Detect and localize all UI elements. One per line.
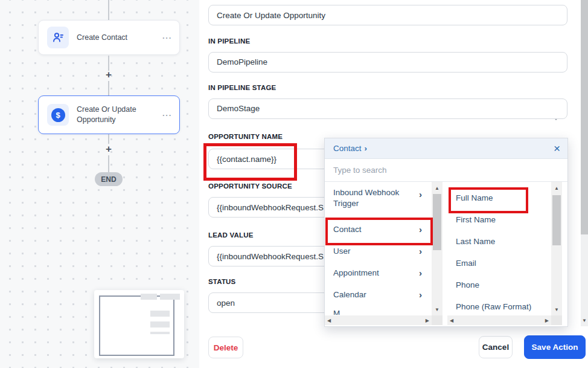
opportunity-source-label: OPPORTUNITY SOURCE	[208, 182, 292, 190]
scroll-down-icon[interactable]: ▼	[551, 305, 562, 314]
scroll-down-icon[interactable]: ▼	[581, 315, 588, 325]
value-item-full-name[interactable]: Full Name	[447, 187, 551, 208]
save-action-button[interactable]: Save Action	[524, 335, 586, 359]
contact-icon	[47, 27, 69, 48]
scrollbar-thumb[interactable]	[433, 194, 441, 250]
add-step-button[interactable]: +	[103, 143, 115, 155]
pipeline-value: DemoPipeline	[217, 57, 267, 66]
category-item-calendar[interactable]: Calendar ›	[325, 283, 432, 305]
category-item-inbound-webhook-trigger[interactable]: Inbound Webhook Trigger ›	[325, 182, 432, 218]
search-input[interactable]	[325, 159, 567, 182]
category-label: Appointment	[333, 268, 379, 277]
category-list: Inbound Webhook Trigger › Contact › User…	[325, 182, 432, 315]
dropdown-header: Contact› ×	[325, 138, 567, 159]
node-menu-icon[interactable]: ···	[162, 111, 172, 120]
breadcrumb[interactable]: Contact›	[333, 144, 367, 153]
category-label: M	[333, 309, 340, 315]
value-label: Last Name	[456, 237, 495, 246]
scrollbar-thumb[interactable]	[581, 0, 588, 234]
scroll-right-icon[interactable]: ▶	[545, 318, 549, 323]
category-item-clipped[interactable]: M	[325, 305, 432, 315]
pipeline-label: IN PIPELINE	[208, 37, 250, 45]
minimap-block	[150, 311, 170, 317]
value-item-email[interactable]: Email	[447, 252, 551, 274]
chevron-right-icon: ›	[365, 144, 368, 153]
workflow-canvas[interactable]: Create Contact ··· + $ Create Or Update …	[0, 0, 199, 368]
workflow-node-create-contact[interactable]: Create Contact ···	[38, 20, 180, 55]
lead-value-label: LEAD VALUE	[208, 231, 254, 239]
custom-values-dropdown: Contact› × Inbound Webhook Trigger › Con…	[324, 138, 568, 327]
connector-line	[108, 134, 109, 144]
action-name-input[interactable]	[208, 5, 567, 25]
node-menu-icon[interactable]: ···	[162, 33, 172, 42]
minimap-block	[160, 294, 180, 300]
chevron-right-icon: ›	[419, 289, 422, 300]
minimap-block	[150, 332, 170, 334]
value-list: Full Name First Name Last Name Email Pho…	[447, 182, 551, 315]
chevron-right-icon: ›	[419, 224, 422, 234]
panel-scrollbar[interactable]: ▼	[581, 0, 588, 326]
add-step-button[interactable]: +	[103, 69, 115, 81]
scrollbar-corner	[432, 315, 443, 325]
connector-line	[108, 81, 109, 95]
pipeline-select[interactable]: DemoPipeline	[208, 52, 567, 73]
connector-line	[108, 0, 109, 20]
status-label: STATUS	[208, 278, 236, 285]
scrollbar-thumb[interactable]	[552, 195, 561, 245]
value-scrollbar[interactable]: ▲ ▼	[551, 182, 562, 315]
opportunity-name-label: OPPORTUNITY NAME	[208, 133, 283, 140]
minimap-block	[150, 321, 170, 328]
minimap-block	[141, 294, 157, 300]
scroll-down-icon[interactable]: ▼	[432, 305, 443, 314]
scroll-up-icon[interactable]: ▲	[551, 183, 562, 193]
category-label: Contact	[333, 225, 362, 234]
delete-button[interactable]: Delete	[208, 337, 243, 358]
scroll-right-icon[interactable]: ▶	[426, 318, 429, 323]
scrollbar-corner	[551, 315, 562, 325]
end-marker: END	[95, 172, 123, 186]
pipeline-stage-select[interactable]: DemoStage	[208, 98, 567, 119]
value-label: Phone	[456, 280, 479, 289]
value-item-phone-raw-format[interactable]: Phone (Raw Format)	[447, 295, 551, 315]
value-label: Phone (Raw Format)	[456, 302, 531, 311]
value-item-phone[interactable]: Phone	[447, 274, 551, 295]
workflow-node-create-or-update-opportunity[interactable]: $ Create Or Update Opportunity ···	[38, 95, 180, 134]
minimap[interactable]	[94, 290, 184, 358]
category-scrollbar[interactable]: ▲ ▼	[432, 182, 443, 315]
node-label: Create Or Update Opportunity	[77, 105, 162, 125]
category-label: Calendar	[333, 290, 366, 299]
value-item-last-name[interactable]: Last Name	[447, 230, 551, 252]
cancel-button[interactable]: Cancel	[479, 336, 513, 358]
value-item-first-name[interactable]: First Name	[447, 208, 551, 230]
value-hscrollbar[interactable]: ◀ ▶	[447, 315, 551, 325]
connector-line	[108, 155, 109, 172]
node-label: Create Contact	[77, 33, 162, 43]
category-item-appointment[interactable]: Appointment ›	[325, 262, 432, 283]
action-settings-panel: IN PIPELINE DemoPipeline IN PIPELINE STA…	[199, 0, 588, 368]
category-item-user[interactable]: User ›	[325, 240, 432, 262]
pipeline-stage-value: DemoStage	[217, 104, 260, 113]
chevron-right-icon: ›	[419, 189, 422, 201]
value-label: Email	[456, 259, 476, 268]
scroll-up-icon[interactable]: ▲	[432, 183, 443, 193]
workflow-builder-screen: Create Contact ··· + $ Create Or Update …	[0, 0, 588, 368]
close-icon[interactable]: ×	[554, 143, 560, 154]
value-label: First Name	[456, 215, 496, 224]
breadcrumb-label: Contact	[333, 144, 362, 153]
chevron-right-icon: ›	[419, 268, 422, 278]
scroll-left-icon[interactable]: ◀	[450, 318, 453, 323]
dollar-icon: $	[47, 104, 69, 126]
category-label: Inbound Webhook Trigger	[333, 187, 404, 209]
category-label: User	[333, 247, 351, 256]
value-label: Full Name	[456, 193, 493, 202]
chevron-right-icon: ›	[419, 246, 422, 256]
scroll-left-icon[interactable]: ◀	[327, 318, 331, 323]
category-item-contact[interactable]: Contact ›	[325, 218, 432, 240]
pipeline-stage-label: IN PIPELINE STAGE	[208, 84, 276, 91]
category-hscrollbar[interactable]: ◀ ▶	[325, 315, 432, 325]
